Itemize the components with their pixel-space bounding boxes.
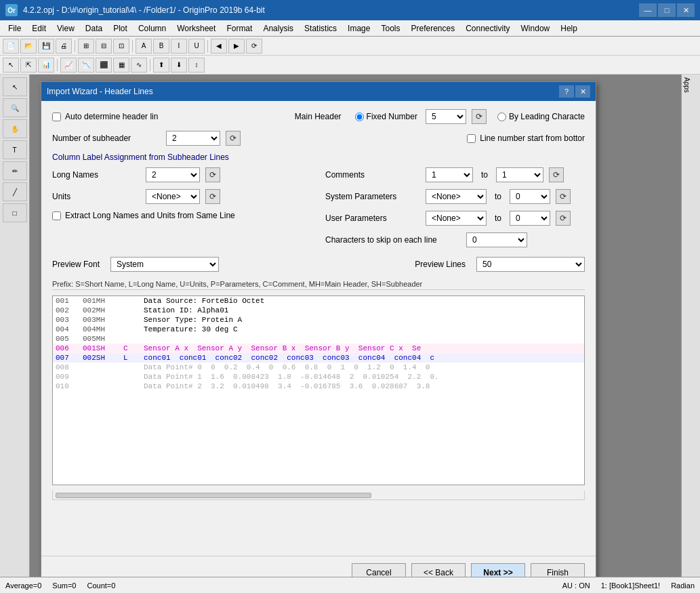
- long-names-sync-btn[interactable]: ⟳: [205, 167, 220, 182]
- comments-sync-btn[interactable]: ⟳: [549, 167, 564, 182]
- tb2-btn11[interactable]: ↕: [188, 58, 205, 73]
- tb2-btn9[interactable]: ⬆: [153, 58, 169, 73]
- preview-row-006: 006 001SH C Sensor A x Sensor A y Sensor…: [53, 344, 584, 353]
- menu-plot[interactable]: Plot: [108, 20, 133, 36]
- chars-skip-select[interactable]: 0123: [466, 232, 527, 247]
- dialog-title-bar: Import Wizard - Header Lines ? ✕: [41, 82, 596, 101]
- user-params-sync-btn[interactable]: ⟳: [556, 211, 571, 226]
- tb2-btn1[interactable]: ↖: [3, 58, 19, 73]
- h-scrollbar[interactable]: [52, 491, 585, 500]
- line-num-checkbox[interactable]: [467, 134, 476, 143]
- apps-label[interactable]: Apps: [682, 75, 692, 96]
- by-leading-radio-container[interactable]: By Leading Characte: [497, 112, 585, 121]
- save-btn[interactable]: 💾: [38, 39, 54, 54]
- tb-btn4[interactable]: A: [136, 39, 152, 54]
- chars-skip-label: Characters to skip on each line: [325, 235, 461, 245]
- preview-row-009: 009 Data Point# 1 1.6 0.008423 1.8 -0.01…: [53, 372, 584, 382]
- menu-tools[interactable]: Tools: [375, 20, 405, 36]
- tb-btn7[interactable]: U: [188, 39, 205, 54]
- menu-format[interactable]: Format: [221, 20, 258, 36]
- tb-btn6[interactable]: I: [171, 39, 187, 54]
- tool-zoom[interactable]: 🔍: [3, 98, 27, 117]
- comments-to-select[interactable]: 123: [496, 167, 543, 182]
- menu-view[interactable]: View: [52, 20, 80, 36]
- tb2-btn4[interactable]: 📈: [60, 58, 77, 73]
- tb-btn1[interactable]: ⊞: [78, 39, 94, 54]
- menu-analysis[interactable]: Analysis: [258, 20, 299, 36]
- fixed-number-sync-btn[interactable]: ⟳: [472, 109, 487, 124]
- menu-worksheet[interactable]: Worksheet: [171, 20, 221, 36]
- line-num-label: Line number start from bottor: [480, 134, 585, 143]
- dialog-title-text: Import Wizard - Header Lines: [47, 87, 153, 96]
- comments-from-select[interactable]: 123: [426, 167, 473, 182]
- tool-draw[interactable]: ✏: [3, 161, 27, 180]
- fixed-number-radio-container[interactable]: Fixed Number: [355, 112, 417, 121]
- fixed-number-select[interactable]: 5 1234 678: [426, 109, 466, 124]
- tb2-btn6[interactable]: ⬛: [96, 58, 112, 73]
- h-scrollbar-thumb[interactable]: [56, 493, 371, 498]
- form-col-right: Comments 123 to 123 ⟳ Syst: [325, 167, 585, 254]
- auto-header-checkbox-container[interactable]: Auto determine header lin: [52, 112, 158, 121]
- row-units: Units <None>123 ⟳: [52, 189, 312, 204]
- preview-row-004: 004 004MH Temperature: 30 deg C: [53, 325, 584, 334]
- tb2-btn7[interactable]: ▦: [113, 58, 129, 73]
- preview-font-select[interactable]: SystemArialCourier New: [110, 257, 219, 272]
- tb2-btn3[interactable]: 📊: [38, 58, 54, 73]
- system-params-select[interactable]: <None>12: [426, 189, 487, 204]
- tool-line[interactable]: ╱: [3, 182, 27, 201]
- user-params-to-select[interactable]: 012: [510, 211, 550, 226]
- preview-section[interactable]: 001 001MH Data Source: ForteBio Octet 00…: [52, 295, 585, 485]
- menu-file[interactable]: File: [3, 20, 26, 36]
- print-btn[interactable]: 🖨: [56, 39, 72, 54]
- tb2-btn10[interactable]: ⬇: [171, 58, 187, 73]
- long-names-select[interactable]: 2134: [146, 167, 200, 182]
- line-num-checkbox-container[interactable]: Line number start from bottor: [467, 134, 585, 143]
- tb-btn2[interactable]: ⊟: [96, 39, 112, 54]
- tb2-btn2[interactable]: ⇱: [20, 58, 37, 73]
- tb-btn5[interactable]: B: [153, 39, 169, 54]
- dialog-help-btn[interactable]: ?: [559, 85, 574, 98]
- new-btn[interactable]: 📄: [3, 39, 19, 54]
- system-params-sync-btn[interactable]: ⟳: [556, 189, 571, 204]
- tool-text[interactable]: T: [3, 140, 27, 159]
- menu-statistics[interactable]: Statistics: [299, 20, 342, 36]
- tb-btn10[interactable]: ⟳: [246, 39, 262, 54]
- dialog-close-btn[interactable]: ✕: [575, 85, 590, 98]
- tb-btn9[interactable]: ▶: [228, 39, 245, 54]
- open-btn[interactable]: 📂: [20, 39, 37, 54]
- menu-window[interactable]: Window: [516, 20, 556, 36]
- close-button[interactable]: ✕: [677, 3, 695, 17]
- menu-help[interactable]: Help: [555, 20, 583, 36]
- extract-checkbox[interactable]: [52, 211, 61, 220]
- units-select[interactable]: <None>123: [146, 189, 200, 204]
- tb2-btn5[interactable]: 📉: [78, 58, 94, 73]
- preview-lines-select[interactable]: 501020100: [476, 257, 585, 272]
- dialog-container: Import Wizard - Header Lines ? ✕ Auto de…: [41, 81, 676, 590]
- tb-btn8[interactable]: ◀: [211, 39, 227, 54]
- user-params-select[interactable]: <None>12: [426, 211, 487, 226]
- by-leading-radio[interactable]: [497, 113, 506, 121]
- preview-font-label: Preview Font: [52, 260, 100, 269]
- menu-data[interactable]: Data: [80, 20, 108, 36]
- tb-btn3[interactable]: ⊡: [113, 39, 129, 54]
- maximize-button[interactable]: □: [658, 3, 676, 17]
- menu-preferences[interactable]: Preferences: [405, 20, 460, 36]
- menu-image[interactable]: Image: [342, 20, 375, 36]
- menu-column[interactable]: Column: [133, 20, 171, 36]
- menu-connectivity[interactable]: Connectivity: [460, 20, 515, 36]
- tool-shape[interactable]: □: [3, 203, 27, 222]
- row-user-params: User Parameters <None>12 to 012 ⟳: [325, 211, 585, 226]
- subheader-select[interactable]: 2134: [166, 131, 220, 146]
- minimize-button[interactable]: —: [639, 3, 657, 17]
- tool-pan[interactable]: ✋: [3, 119, 27, 138]
- units-sync-btn[interactable]: ⟳: [205, 189, 220, 204]
- extract-checkbox-container[interactable]: Extract Long Names and Units from Same L…: [52, 211, 235, 220]
- tool-arrow[interactable]: ↖: [3, 77, 27, 96]
- subheader-sync-btn[interactable]: ⟳: [226, 131, 241, 146]
- row-comments: Comments 123 to 123 ⟳: [325, 167, 585, 182]
- fixed-number-radio[interactable]: [355, 113, 364, 121]
- tb2-btn8[interactable]: ∿: [131, 58, 147, 73]
- system-params-to-select[interactable]: 012: [510, 189, 550, 204]
- menu-edit[interactable]: Edit: [26, 20, 52, 36]
- auto-header-checkbox[interactable]: [52, 113, 61, 121]
